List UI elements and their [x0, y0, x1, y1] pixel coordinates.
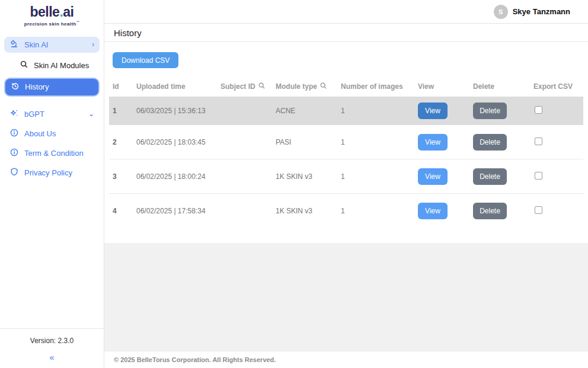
search-icon — [20, 60, 28, 71]
sidebar-item-skin-ai-modules[interactable]: Skin AI Modules — [4, 57, 100, 73]
search-icon[interactable] — [319, 82, 327, 91]
export-csv-checkbox[interactable] — [535, 106, 542, 114]
cell-number-of-images: 1 — [341, 207, 418, 215]
sidebar-item-label: Term & Condition — [24, 149, 84, 158]
history-panel: Download CSV Id Uploaded time Subject ID… — [104, 42, 588, 243]
column-header-subject-id: Subject ID — [220, 82, 276, 91]
download-csv-button[interactable]: Download CSV — [113, 52, 178, 68]
brand-name: belle.ai — [0, 5, 104, 20]
cell-id: 3 — [113, 172, 136, 181]
info-icon — [9, 128, 19, 139]
sidebar-nav: Skin AI › Skin AI Modules — [0, 35, 104, 183]
cell-id: 1 — [113, 107, 136, 115]
user-menu[interactable]: S Skye Tanzmann — [494, 5, 570, 19]
cell-uploaded-time: 06/03/2025 | 15:36:13 — [136, 107, 220, 115]
table-row: 4 06/02/2025 | 17:58:34 1K SKIN v3 1 Vie… — [109, 194, 583, 228]
search-icon[interactable] — [258, 82, 266, 91]
sidebar: belle.ai precision skin health™ Skin AI … — [0, 0, 104, 368]
user-name: Skye Tanzmann — [513, 7, 570, 16]
column-header-id: Id — [113, 82, 136, 91]
cell-id: 4 — [113, 207, 136, 215]
sidebar-item-label: Skin AI — [24, 40, 48, 49]
sidebar-item-term-condition[interactable]: Term & Condition — [4, 145, 100, 161]
main-area: S Skye Tanzmann History Download CSV Id … — [104, 0, 588, 368]
view-button[interactable]: View — [418, 168, 448, 185]
cell-uploaded-time: 06/02/2025 | 18:00:24 — [136, 172, 220, 181]
cell-uploaded-time: 06/02/2025 | 17:58:34 — [136, 207, 220, 215]
cell-number-of-images: 1 — [341, 107, 418, 115]
delete-button[interactable]: Delete — [473, 168, 507, 185]
delete-button[interactable]: Delete — [473, 203, 507, 219]
chevron-down-icon: ⌄ — [88, 110, 94, 117]
sidebar-footer: Version: 2.3.0 « — [0, 328, 104, 368]
column-header-number-of-images: Number of images — [341, 82, 418, 91]
sidebar-item-label: About Us — [24, 129, 56, 138]
app-version: Version: 2.3.0 — [0, 337, 104, 345]
history-icon — [11, 82, 20, 92]
page-title-bar: History — [104, 24, 588, 42]
content-background — [104, 243, 588, 351]
page-title: History — [114, 28, 142, 38]
shield-icon — [9, 167, 19, 178]
column-header-view: View — [418, 82, 473, 91]
sidebar-item-label: Skin AI Modules — [34, 61, 89, 70]
view-button[interactable]: View — [418, 134, 448, 151]
sidebar-item-history[interactable]: History — [4, 78, 100, 97]
sparkles-icon — [9, 108, 19, 120]
top-header-bar: S Skye Tanzmann — [104, 0, 588, 24]
export-csv-checkbox[interactable] — [535, 137, 542, 145]
sidebar-item-skin-ai[interactable]: Skin AI › — [4, 37, 100, 53]
column-header-export-csv: Export CSV — [533, 82, 583, 91]
view-button[interactable]: View — [418, 203, 448, 219]
avatar: S — [494, 5, 508, 19]
footer: © 2025 BelleTorus Corporation. All Right… — [104, 351, 588, 368]
sidebar-item-bgpt[interactable]: bGPT ⌄ — [4, 106, 100, 122]
table-header-row: Id Uploaded time Subject ID Module type — [109, 76, 583, 97]
cell-module-type: ACNE — [276, 107, 341, 115]
chevron-right-icon: › — [92, 41, 94, 48]
sidebar-item-label: History — [25, 82, 49, 91]
collapse-sidebar-icon[interactable]: « — [0, 352, 104, 362]
export-csv-checkbox[interactable] — [535, 172, 542, 180]
table-row: 3 06/02/2025 | 18:00:24 1K SKIN v3 1 Vie… — [109, 159, 583, 194]
table-row: 2 06/02/2025 | 18:03:45 PASI 1 View Dele… — [109, 125, 583, 159]
cell-module-type: PASI — [276, 138, 341, 146]
sidebar-item-privacy-policy[interactable]: Privacy Policy — [4, 165, 100, 181]
column-header-module-type: Module type — [276, 82, 341, 91]
brand-tagline: precision skin health™ — [0, 20, 104, 27]
delete-button[interactable]: Delete — [473, 134, 507, 151]
app-root: belle.ai precision skin health™ Skin AI … — [0, 0, 588, 368]
info-icon — [9, 148, 19, 159]
sidebar-item-label: Privacy Policy — [24, 168, 72, 177]
cell-id: 2 — [113, 138, 136, 146]
cell-number-of-images: 1 — [341, 172, 418, 181]
column-header-delete: Delete — [473, 82, 533, 91]
table-row: 1 06/03/2025 | 15:36:13 ACNE 1 View Dele… — [109, 97, 583, 125]
export-csv-checkbox[interactable] — [535, 206, 542, 214]
brand-logo[interactable]: belle.ai precision skin health™ — [0, 0, 104, 27]
cell-module-type: 1K SKIN v3 — [276, 172, 341, 181]
microscope-icon — [9, 39, 19, 50]
cell-number-of-images: 1 — [341, 138, 418, 146]
column-header-uploaded-time: Uploaded time — [136, 82, 220, 91]
copyright-text: © 2025 BelleTorus Corporation. All Right… — [114, 356, 276, 363]
cell-module-type: 1K SKIN v3 — [276, 207, 341, 215]
sidebar-item-about-us[interactable]: About Us — [4, 126, 100, 142]
delete-button[interactable]: Delete — [473, 103, 507, 119]
view-button[interactable]: View — [418, 103, 448, 119]
sidebar-item-label: bGPT — [24, 110, 44, 119]
cell-uploaded-time: 06/02/2025 | 18:03:45 — [136, 138, 220, 146]
